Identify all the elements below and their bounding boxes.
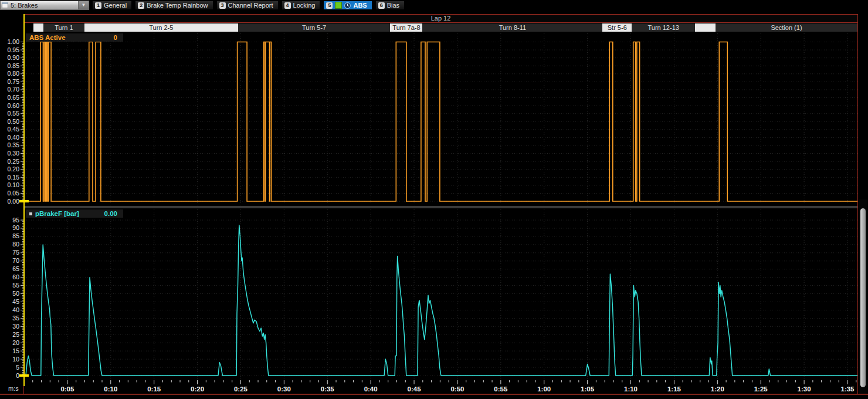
time-cursor[interactable] [19,14,29,386]
svg-text:65: 65 [12,265,19,272]
svg-text:0.50: 0.50 [8,118,20,125]
svg-text:40: 40 [12,306,19,313]
telemetry-window: 5: Brakes ▼ 1General2Brake Temp Rainbow3… [0,0,868,399]
series-bullet-icon [29,212,32,215]
svg-text:0:55: 0:55 [494,386,508,393]
svg-text:1:10: 1:10 [624,386,638,393]
svg-text:0.25: 0.25 [8,158,20,165]
svg-text:0:20: 0:20 [191,386,204,393]
svg-text:80: 80 [12,241,19,248]
svg-text:1:35: 1:35 [840,386,855,393]
svg-text:10: 10 [12,356,19,363]
svg-text:1:00: 1:00 [537,386,551,393]
svg-text:30: 30 [12,323,19,330]
svg-text:0:40: 0:40 [364,386,378,393]
svg-text:20: 20 [12,339,19,346]
svg-text:0.95: 0.95 [8,46,20,53]
abs-cursor-value: 0 [114,34,117,41]
svg-text:0: 0 [16,372,19,379]
svg-text:1.00: 1.00 [8,38,20,45]
svg-text:0:10: 0:10 [104,386,117,393]
svg-text:0.00: 0.00 [8,198,20,205]
brake-cursor-value: 0.00 [104,210,117,217]
abs-channel-name: ABS Active [29,34,66,41]
svg-text:0:35: 0:35 [321,386,335,393]
svg-text:60: 60 [12,273,19,280]
abs-series-label: ABS Active 0 [26,33,123,42]
brake-pressure-trace [24,225,857,376]
axis-ticks [21,42,856,385]
svg-text:0.75: 0.75 [8,78,20,85]
svg-text:0.60: 0.60 [8,102,20,109]
svg-text:0.40: 0.40 [8,134,20,141]
svg-text:0:45: 0:45 [408,386,422,393]
svg-text:1:05: 1:05 [581,386,595,393]
svg-text:90: 90 [12,224,19,231]
window-bottom-border [0,394,868,395]
svg-text:0.20: 0.20 [8,165,20,173]
time-axis-unit: m:s [8,385,23,392]
svg-text:0.90: 0.90 [8,54,20,61]
svg-text:70: 70 [12,257,19,264]
svg-text:45: 45 [12,298,19,305]
brake-channel-name: pBrakeF [bar] [35,210,79,217]
svg-text:1:30: 1:30 [798,386,811,393]
svg-text:0.15: 0.15 [8,174,20,181]
svg-text:15: 15 [12,347,19,354]
svg-text:0.80: 0.80 [8,70,20,77]
svg-text:85: 85 [12,232,19,239]
svg-text:0.55: 0.55 [8,110,20,117]
svg-text:55: 55 [12,282,19,289]
svg-text:0.85: 0.85 [8,62,20,69]
svg-text:0.05: 0.05 [8,190,20,197]
svg-text:0.10: 0.10 [8,181,20,188]
svg-text:0:30: 0:30 [277,386,291,393]
svg-text:0.65: 0.65 [8,94,20,101]
svg-text:5: 5 [16,364,19,371]
svg-text:75: 75 [12,249,19,256]
svg-text:0:15: 0:15 [147,386,161,393]
chart-divider[interactable] [24,206,857,208]
svg-text:95: 95 [12,217,19,224]
svg-text:50: 50 [12,290,19,297]
svg-text:35: 35 [12,315,19,322]
svg-text:0.70: 0.70 [8,86,20,93]
chart-plot-area[interactable]: 0.000.050.100.150.200.250.300.350.400.45… [0,0,868,399]
vertical-scrollbar-thumb[interactable] [860,208,866,387]
svg-text:0:50: 0:50 [450,386,464,393]
abs-active-trace [24,42,857,202]
svg-text:0.35: 0.35 [8,141,20,148]
brake-series-label: pBrakeF [bar] 0.00 [26,209,123,218]
svg-text:1:25: 1:25 [754,386,768,393]
svg-text:1:20: 1:20 [711,386,724,393]
svg-text:0.30: 0.30 [8,150,20,157]
svg-text:0:05: 0:05 [60,386,74,393]
svg-text:25: 25 [12,331,19,338]
svg-text:1:15: 1:15 [667,386,681,393]
svg-text:0:25: 0:25 [234,386,248,393]
svg-text:0.45: 0.45 [8,126,20,133]
